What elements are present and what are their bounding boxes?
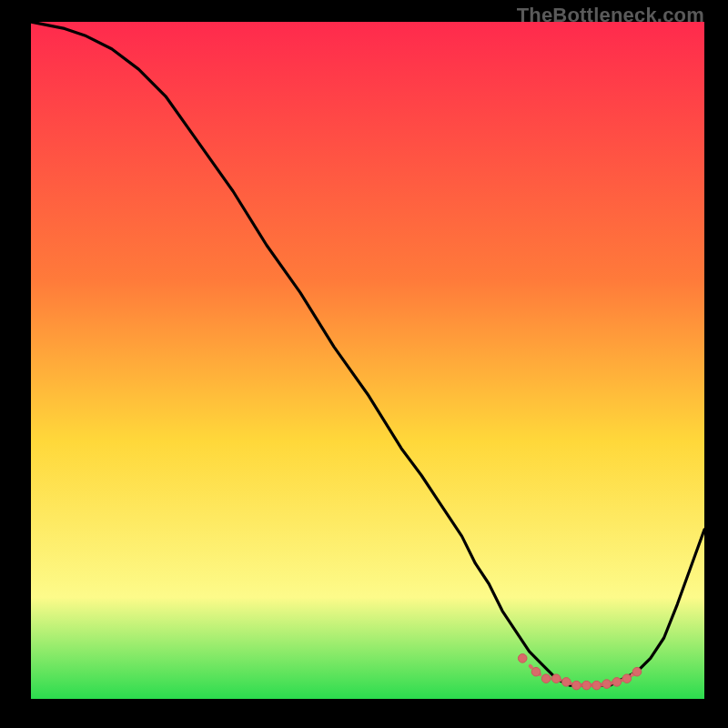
marker-dot: [541, 674, 551, 683]
chart-frame: TheBottleneck.com: [0, 0, 728, 728]
marker-dot: [612, 678, 622, 687]
svg-rect-0: [31, 22, 704, 699]
marker-dot: [592, 681, 602, 690]
marker-dot: [551, 674, 561, 683]
marker-dot: [531, 667, 541, 676]
marker-dot: [562, 678, 571, 687]
chart-svg: [31, 22, 704, 699]
marker-dot: [572, 681, 581, 690]
marker-dot: [602, 680, 612, 689]
marker-dot: [518, 654, 527, 663]
marker-dot: [632, 667, 642, 676]
plot-area: [31, 22, 704, 699]
marker-dot: [622, 674, 632, 683]
marker-dot: [582, 681, 592, 690]
